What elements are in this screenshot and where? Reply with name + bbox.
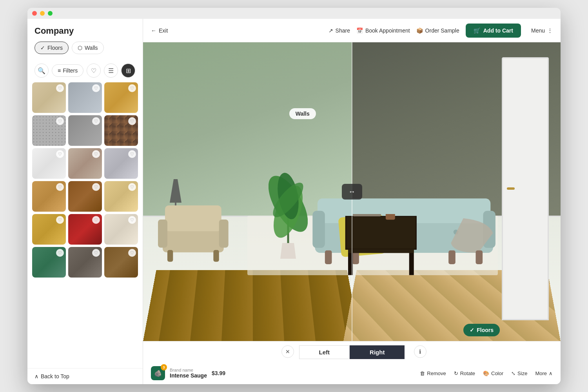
favorite-button[interactable]: ♡ bbox=[56, 183, 64, 191]
list-item[interactable]: ♡ bbox=[104, 148, 138, 179]
favorite-button[interactable]: ♡ bbox=[56, 117, 64, 125]
list-view-button[interactable]: ☰ bbox=[104, 64, 118, 78]
favorite-button[interactable]: ♡ bbox=[128, 216, 136, 224]
check-icon: ✓ bbox=[470, 327, 474, 333]
list-item[interactable]: ♡ bbox=[104, 181, 138, 212]
filters-button[interactable]: ≡ Filters bbox=[52, 64, 83, 77]
left-option-button[interactable]: Left bbox=[299, 345, 350, 359]
info-button[interactable]: ℹ bbox=[414, 345, 426, 358]
favorite-button[interactable]: ♡ bbox=[56, 150, 64, 158]
book-appointment-label: Book Appointment bbox=[365, 27, 410, 34]
svg-rect-23 bbox=[448, 250, 456, 264]
grid-view-button[interactable]: ⊞ bbox=[121, 64, 135, 78]
color-label: Color bbox=[491, 370, 503, 376]
favorite-button[interactable]: ♡ bbox=[56, 84, 64, 92]
menu-button[interactable]: Menu ⋮ bbox=[531, 27, 553, 34]
rotate-label: Rotate bbox=[460, 370, 475, 376]
favorite-button[interactable]: ♡ bbox=[128, 117, 136, 125]
share-button[interactable]: ↗ Share bbox=[328, 27, 350, 34]
top-bar-actions: ↗ Share 📅 Book Appointment 📦 Order Sampl… bbox=[328, 24, 553, 38]
check-icon: ✓ bbox=[40, 45, 45, 51]
list-item[interactable]: ♡ bbox=[68, 115, 102, 146]
add-to-cart-label: Add to Cart bbox=[483, 27, 513, 34]
walls-tab[interactable]: ⬡ Walls bbox=[72, 42, 104, 54]
left-floor bbox=[143, 270, 360, 341]
list-item[interactable]: ♡ bbox=[104, 82, 138, 113]
svg-rect-9 bbox=[165, 205, 221, 231]
color-button[interactable]: 🎨 Color bbox=[483, 370, 503, 376]
category-tabs: ✓ Floors ⬡ Walls bbox=[34, 42, 136, 54]
list-item[interactable]: ♡ bbox=[104, 115, 138, 146]
svg-rect-16 bbox=[312, 211, 325, 248]
slider-handle[interactable]: ↔ bbox=[342, 184, 362, 200]
hexagon-icon: ⬡ bbox=[78, 45, 82, 51]
search-button[interactable]: 🔍 bbox=[34, 64, 49, 78]
favorite-button[interactable]: ♡ bbox=[128, 150, 136, 158]
list-item[interactable]: ♡ bbox=[32, 214, 66, 245]
favorite-button[interactable]: ♡ bbox=[92, 249, 100, 257]
favorites-button[interactable]: ♡ bbox=[87, 64, 101, 78]
svg-rect-12 bbox=[167, 250, 173, 262]
title-bar bbox=[27, 8, 561, 19]
right-option-button[interactable]: Right bbox=[350, 345, 405, 359]
favorite-button[interactable]: ♡ bbox=[92, 216, 100, 224]
share-icon: ↗ bbox=[328, 27, 333, 34]
order-sample-button[interactable]: 📦 Order Sample bbox=[416, 27, 459, 34]
floors-tab[interactable]: ✓ Floors bbox=[34, 42, 69, 54]
list-item[interactable]: ♡ bbox=[32, 115, 66, 146]
remove-button[interactable]: 🗑 Remove bbox=[420, 370, 446, 376]
top-bar: ← Exit ↗ Share 📅 Book Appointment 📦 bbox=[143, 19, 561, 42]
floors-badge-label: Floors bbox=[477, 327, 494, 333]
color-icon: 🎨 bbox=[483, 370, 489, 376]
product-name: Intense Sauge bbox=[170, 372, 207, 379]
close-button[interactable] bbox=[32, 11, 37, 16]
favorite-button[interactable]: ♡ bbox=[92, 150, 100, 158]
list-item[interactable]: ♡ bbox=[32, 82, 66, 113]
list-item[interactable]: ♡ bbox=[68, 148, 102, 179]
favorite-button[interactable]: ♡ bbox=[92, 84, 100, 92]
minimize-button[interactable] bbox=[40, 11, 45, 16]
exit-button[interactable]: ← Exit bbox=[151, 27, 168, 34]
list-icon: ☰ bbox=[108, 67, 114, 74]
room-visualizer: Walls ↔ ✓ Floors bbox=[143, 42, 561, 341]
list-item[interactable]: ♡ bbox=[32, 181, 66, 212]
list-item[interactable]: ♡ bbox=[68, 247, 102, 278]
favorite-button[interactable]: ♡ bbox=[92, 183, 100, 191]
chevron-up-icon: ∧ bbox=[34, 373, 38, 379]
rotate-button[interactable]: ↻ Rotate bbox=[454, 370, 475, 376]
close-comparison-button[interactable]: ✕ bbox=[281, 345, 294, 358]
add-to-cart-button[interactable]: 🛒 Add to Cart bbox=[466, 24, 521, 38]
share-label: Share bbox=[336, 27, 350, 34]
favorite-button[interactable]: ♡ bbox=[128, 249, 136, 257]
svg-marker-0 bbox=[170, 179, 181, 203]
favorite-button[interactable]: ♡ bbox=[56, 216, 64, 224]
back-to-top-label: Back to Top bbox=[41, 373, 69, 379]
favorite-button[interactable]: ♡ bbox=[128, 183, 136, 191]
book-appointment-button[interactable]: 📅 Book Appointment bbox=[356, 27, 410, 34]
list-item[interactable]: ♡ bbox=[68, 82, 102, 113]
list-item[interactable]: ♡ bbox=[68, 214, 102, 245]
filter-icon: ≡ bbox=[58, 67, 61, 74]
favorite-button[interactable]: ♡ bbox=[56, 249, 64, 257]
favorite-button[interactable]: ♡ bbox=[128, 84, 136, 92]
fullscreen-button[interactable] bbox=[48, 11, 53, 16]
product-price: $3.99 bbox=[212, 370, 225, 376]
list-item[interactable]: ♡ bbox=[104, 247, 138, 278]
favorite-button[interactable]: ♡ bbox=[92, 117, 100, 125]
left-right-toggle: ✕ Left Right ℹ bbox=[143, 341, 561, 362]
svg-rect-10 bbox=[158, 220, 167, 248]
back-to-top-button[interactable]: ∧ Back to Top bbox=[27, 368, 143, 384]
list-item[interactable]: ♡ bbox=[104, 214, 138, 245]
product-badge: 3 bbox=[161, 364, 167, 370]
size-button[interactable]: ⤡ Size bbox=[511, 370, 527, 376]
list-item[interactable]: ♡ bbox=[32, 247, 66, 278]
list-item[interactable]: ♡ bbox=[32, 148, 66, 179]
list-item[interactable]: ♡ bbox=[68, 181, 102, 212]
more-button[interactable]: More ∧ bbox=[535, 370, 553, 376]
door-handle bbox=[507, 187, 515, 190]
order-sample-label: Order Sample bbox=[425, 27, 459, 34]
floors-badge[interactable]: ✓ Floors bbox=[463, 324, 500, 336]
exit-label: Exit bbox=[159, 27, 168, 34]
svg-rect-26 bbox=[353, 214, 381, 216]
arrow-left-icon: ← bbox=[151, 27, 156, 34]
